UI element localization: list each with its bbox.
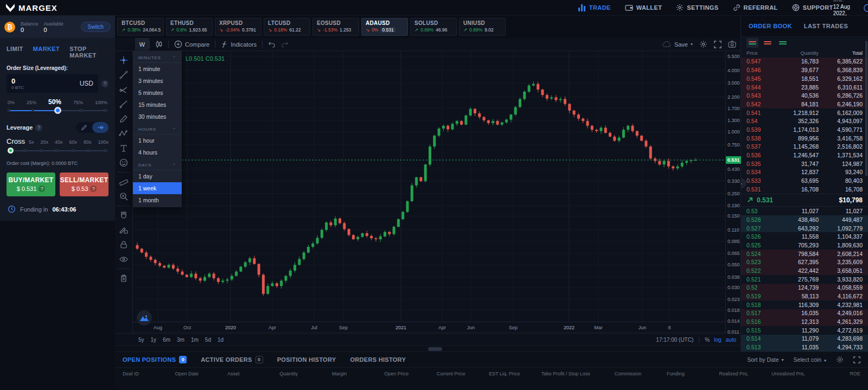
order-book-ask-row[interactable]: 0.53116,70816,708 [741,185,868,194]
ticker-tab-ltcusd[interactable]: LTCUSD↘0.18%61.22 [264,18,310,36]
order-book-ask-row[interactable]: 0.53412,83793,240 [741,168,868,177]
order-book-bid-row[interactable]: 0.51511,2904,272,619 [741,326,868,335]
timeframe-option-15-minutes[interactable]: 15 minutes [133,99,182,111]
ruler-icon[interactable] [117,175,131,189]
chart-settings-gear-icon[interactable] [699,40,707,48]
trash-icon[interactable] [117,271,131,285]
text-icon[interactable] [117,141,131,155]
order-type-tab-limit[interactable]: LIMIT [7,46,23,59]
size-mark-75%[interactable]: 75% [73,100,83,105]
book-bids-icon[interactable] [777,38,789,48]
size-mark-100%[interactable]: 100% [95,100,107,105]
gann-icon[interactable] [117,82,131,97]
ticker-tab-ethusd[interactable]: ETHUSD↗0.8%1,923.65 [166,18,213,36]
range-button-5y[interactable]: 5y [135,337,148,343]
pencil-icon[interactable] [117,112,131,126]
select-coin-dropdown[interactable]: Select coin▴ [794,356,826,363]
timeframe-option-1-hour[interactable]: 1 hour [133,135,182,146]
timeframe-option-4-hours[interactable]: 4 hours [133,146,182,158]
nav-settings[interactable]: SETTINGS [676,4,718,11]
leverage-slider[interactable] [8,148,107,154]
order-book-ask-row[interactable]: 0.5371,145,2682,516,802 [741,142,868,151]
order-type-tab-market[interactable]: MARKET [33,46,60,59]
leverage-mark-20x[interactable]: 20x [40,139,48,145]
order-book-bid-row[interactable]: 0.51311,0354,294,733 [741,343,868,351]
order-book-bid-row[interactable]: 0.51958,1134,116,672 [741,292,868,301]
order-book-bid-row[interactable]: 0.522422,4423,658,051 [741,266,868,275]
emoji-icon[interactable] [117,156,131,170]
ticker-tab-eosusd[interactable]: EOSUSD↘-1.53%1.253 [312,18,359,36]
order-book-ask-row[interactable]: 0.54352,3264,943,097 [741,117,868,125]
order-book-scrollbar[interactable] [865,41,867,176]
order-book-ask-row[interactable]: 0.54518,5516,329,162 [741,74,868,83]
undo-icon[interactable] [263,38,281,51]
margin-mode-label[interactable]: Cross [7,137,25,145]
positions-fullscreen-icon[interactable] [853,356,860,363]
switch-button[interactable]: Switch [81,22,111,32]
candlestick-chart[interactable]: AugOct2020AprJulSep2021AprJunSep2022MarJ… [133,51,726,333]
slider-mode-icon[interactable] [92,122,108,133]
order-book-bid-row[interactable]: 0.51612,3134,261,329 [741,317,868,326]
order-book-ask-row[interactable]: 0.54716,7836,385,622 [741,57,868,66]
compare-button[interactable]: Compare [169,38,215,51]
leverage-mark-80x[interactable]: 80x [84,139,92,145]
leverage-mark-100x[interactable]: 100x [98,139,108,145]
pencil-edit-icon[interactable] [76,122,92,133]
range-button-3m[interactable]: 3m [174,337,188,343]
order-type-tab-stop-market[interactable]: STOP MARKET [69,46,108,59]
tab-position-history[interactable]: POSITION HISTORY [277,356,336,363]
timeframe-button[interactable]: W [135,38,149,51]
order-size-help-icon[interactable]: ? [101,80,108,87]
indicators-button[interactable]: Indicators [215,38,262,51]
zoom-in-icon[interactable] [117,189,131,203]
timeframe-option-5-minutes[interactable]: 5 minutes [133,87,182,99]
ticker-tab-btcusd[interactable]: BTCUSD↗0.38%24,064.5 [117,18,164,36]
timeframe-option-1-week[interactable]: 1 week [133,182,182,194]
collapse-chevron-icon[interactable]: ⌃ [173,163,176,168]
leverage-mark-40x[interactable]: 40x [55,139,63,145]
book-both-icon[interactable] [746,38,758,48]
size-mark-50%[interactable]: 50% [48,98,61,106]
scale-button-auto[interactable]: auto [726,337,736,343]
order-book-bid-row[interactable]: 0.523627,3953,235,609 [741,258,868,266]
redo-icon[interactable] [281,38,294,51]
leverage-mark-5x[interactable]: 5x [29,139,34,145]
size-mark-25%[interactable]: 25% [27,100,36,105]
order-book-ask-row[interactable]: 0.5391,174,0134,590,771 [741,125,868,134]
order-book-bid-row[interactable]: 0.52124,7394,058,559 [741,284,868,292]
order-book-bid-row[interactable]: 0.527643,2921,092,779 [741,224,868,233]
order-book-ask-row[interactable]: 0.53363,69580,403 [741,176,868,185]
order-book-bid-row[interactable]: 0.525705,2931,809,630 [741,241,868,250]
order-size-input[interactable]: 0 0 BTC USD [7,74,98,93]
leverage-help-icon[interactable]: ? [35,124,42,131]
order-book-ask-row[interactable]: 0.54639,6776,368,839 [741,66,868,74]
size-slider-thumb[interactable] [54,107,61,114]
range-button-1m[interactable]: 1m [188,337,202,343]
range-button-1y[interactable]: 1y [148,337,160,343]
brush-icon[interactable] [117,97,131,111]
trend-line-icon[interactable] [117,68,131,82]
tab-active-orders[interactable]: ACTIVE ORDERS0 [201,356,263,363]
timeframe-option-1-minute[interactable]: 1 minute [133,63,182,75]
timeframe-option-30-minutes[interactable]: 30 minutes [133,111,182,123]
order-book-ask-row[interactable]: 0.54423,8856,310,611 [741,83,868,92]
nav-referral[interactable]: REFERRAL [733,4,778,11]
moon-icon[interactable] [863,4,868,12]
book-asks-icon[interactable] [762,38,774,48]
size-slider[interactable] [8,107,107,114]
order-book-ask-row[interactable]: 0.54284,1816,246,190 [741,100,868,108]
order-book-ask-row[interactable]: 0.538899,9563,416,758 [741,134,868,143]
order-book-bid-row[interactable]: 0.521275,7693,933,820 [741,275,868,284]
fullscreen-icon[interactable] [714,41,722,48]
order-book-bid-row[interactable]: 0.5311,02711,027 [741,207,868,215]
order-book-bid-row[interactable]: 0.528438,460449,487 [741,215,868,224]
sell-market-button[interactable]: SELL/MARKET $ 0.53? [60,172,108,196]
camera-icon[interactable] [728,41,736,48]
menu-section-header[interactable]: HOURS⌃ [133,123,182,135]
chart-image-button[interactable] [137,310,152,325]
pattern-icon[interactable] [117,126,131,140]
leverage-slider-thumb[interactable] [8,148,14,154]
order-book-bid-row[interactable]: 0.524798,5842,608,214 [741,250,868,258]
chart-area[interactable]: AugOct2020AprJulSep2021AprJunSep2022MarJ… [115,51,741,333]
save-button[interactable]: Save ▾ [662,41,693,48]
